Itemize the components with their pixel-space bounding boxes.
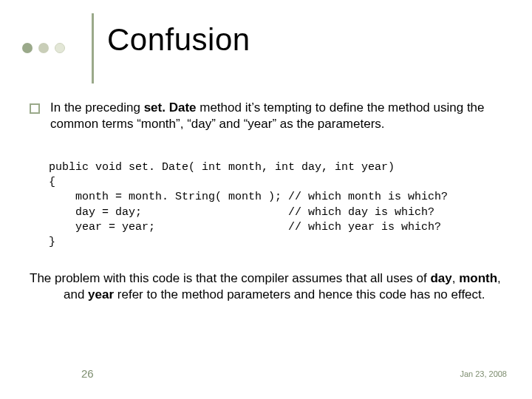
code-line: {	[49, 176, 55, 188]
code-line: month = month. String( month ); // which…	[49, 191, 448, 203]
bullet-text: In the preceding set. Date method it’s t…	[50, 100, 502, 132]
page-number: 26	[81, 367, 94, 380]
code-line: day = day; // which day is which?	[49, 206, 434, 219]
trailer-paragraph: The problem with this code is that the c…	[30, 270, 502, 303]
bullet-icon	[30, 103, 40, 114]
accent-dot-icon	[22, 43, 33, 53]
text: The problem with this code is that the c…	[30, 271, 430, 285]
text-bold: set. Date	[144, 100, 197, 115]
bullet-item: In the preceding set. Date method it’s t…	[30, 100, 502, 132]
slide-title: Confusion	[107, 22, 250, 58]
text-bold: year	[88, 287, 114, 301]
slide: Confusion In the preceding set. Date met…	[0, 0, 532, 399]
text: refer to the method parameters and hence…	[114, 287, 485, 301]
accent-dot-icon	[38, 43, 49, 53]
code-line: public void set. Date( int month, int da…	[49, 161, 395, 174]
accent-dot-icon	[55, 43, 65, 53]
footer-date: Jan 23, 2008	[460, 369, 507, 378]
title-divider	[92, 13, 94, 83]
code-block: public void set. Date( int month, int da…	[49, 146, 502, 250]
code-line: year = year; // which year is which?	[49, 221, 441, 233]
slide-header: Confusion	[22, 13, 510, 72]
text: ,	[452, 271, 459, 285]
text-bold: month	[459, 271, 497, 285]
slide-body: In the preceding set. Date method it’s t…	[30, 100, 502, 303]
text-bold: day	[430, 271, 451, 285]
code-line: }	[49, 236, 55, 248]
text: In the preceding	[50, 100, 144, 115]
